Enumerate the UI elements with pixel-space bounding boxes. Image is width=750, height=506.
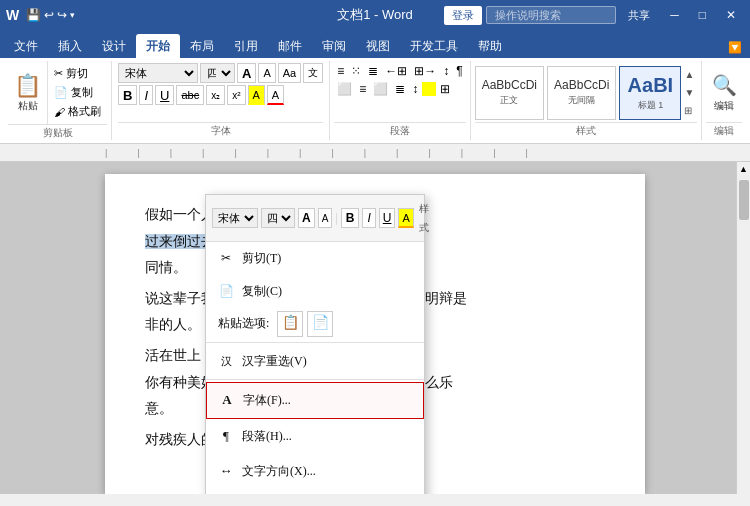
document-title: 文档1 - Word (337, 6, 413, 24)
ctx-underline[interactable]: U (379, 208, 396, 228)
vertical-scrollbar[interactable]: ▲ (736, 162, 750, 494)
title-bar: W 💾 ↩ ↪ ▾ 文档1 - Word 登录 共享 ─ □ ✕ (0, 0, 750, 30)
editing-label: 编辑 (714, 99, 734, 113)
numbering-button[interactable]: ⁙ (348, 63, 364, 79)
format-painter-button[interactable]: 🖌 格式刷 (52, 103, 103, 120)
ctx-font-select[interactable]: 宋体 (212, 208, 258, 228)
font-group-label: 字体 (118, 122, 323, 138)
borders-button[interactable]: ⊞ (437, 81, 453, 97)
styles-scroll-down-icon[interactable]: ▼ (684, 87, 694, 98)
editing-group: 🔍 编辑 编辑 (702, 61, 746, 140)
ctx-cut-label: 剪切(T) (242, 247, 281, 270)
superscript-button[interactable]: x² (227, 85, 245, 105)
align-center-button[interactable]: ≡ (356, 81, 369, 97)
justify-button[interactable]: ≣ (392, 81, 408, 97)
context-menu: 宋体 四号 A A | B I U A 样式 ✂ 剪切(T) (205, 194, 425, 494)
scroll-up-button[interactable]: ▲ (737, 162, 750, 176)
clear-format-button[interactable]: Aa (278, 63, 301, 83)
ctx-textdir-label: 文字方向(X)... (242, 460, 316, 483)
copy-icon: 📄 (54, 86, 68, 99)
restore-button[interactable]: □ (691, 6, 714, 24)
decrease-indent-button[interactable]: ←⊞ (382, 63, 410, 79)
cut-button[interactable]: ✂ 剪切 (52, 65, 103, 82)
undo-icon[interactable]: ↩ (44, 8, 54, 22)
search-input[interactable] (486, 6, 616, 24)
ctx-cut-icon: ✂ (218, 247, 234, 270)
font-color-button[interactable]: A (267, 85, 284, 105)
show-hide-button[interactable]: ¶ (453, 63, 465, 79)
copy-button[interactable]: 📄 复制 (52, 84, 103, 101)
tab-mail[interactable]: 邮件 (268, 34, 312, 58)
shading-button[interactable] (422, 82, 436, 96)
change-case-button[interactable]: 文 (303, 63, 323, 83)
ctx-hz-icon: 汉 (218, 351, 234, 372)
ctx-paste-btn-1[interactable]: 📋 (277, 311, 303, 337)
tab-layout[interactable]: 布局 (180, 34, 224, 58)
multilevel-button[interactable]: ≣ (365, 63, 381, 79)
title-bar-right: 登录 共享 ─ □ ✕ (444, 6, 744, 25)
tab-file[interactable]: 文件 (4, 34, 48, 58)
ctx-font-grow[interactable]: A (298, 208, 315, 228)
paragraph-group-label: 段落 (334, 122, 465, 138)
font-shrink-button[interactable]: A (258, 63, 275, 83)
ctx-highlight[interactable]: A (398, 208, 413, 228)
ribbon-collapse-button[interactable]: 🔽 (720, 37, 750, 58)
strikethrough-button[interactable]: abc (176, 85, 204, 105)
tab-design[interactable]: 设计 (92, 34, 136, 58)
paste-button[interactable]: 📋 粘贴 (8, 61, 48, 124)
styles-scroll-up-icon[interactable]: ▲ (684, 69, 694, 80)
paste-icon: 📋 (14, 73, 41, 99)
ruler: |||||||||||||| (0, 144, 750, 162)
tab-review[interactable]: 审阅 (312, 34, 356, 58)
login-button[interactable]: 登录 (444, 6, 482, 25)
styles-expand-icon[interactable]: ⊞ (684, 105, 694, 116)
ctx-para-item[interactable]: ¶ 段落(H)... (206, 419, 424, 454)
tab-references[interactable]: 引用 (224, 34, 268, 58)
style-no-spacing-preview[interactable]: AaBbCcDi 无间隔 (547, 66, 616, 120)
ctx-textdir-item[interactable]: ↔ 文字方向(X)... (206, 454, 424, 489)
minimize-button[interactable]: ─ (662, 6, 687, 24)
sort-button[interactable]: ↕ (440, 63, 452, 79)
highlight-button[interactable]: A (248, 85, 265, 105)
bold-button[interactable]: B (118, 85, 137, 105)
ribbon-body: 📋 粘贴 ✂ 剪切 📄 复制 🖌 格式刷 剪贴板 (0, 58, 750, 144)
style-heading1-preview[interactable]: AaBI 标题 1 (619, 66, 681, 120)
tab-insert[interactable]: 插入 (48, 34, 92, 58)
align-left-button[interactable]: ⬜ (334, 81, 355, 97)
increase-indent-button[interactable]: ⊞→ (411, 63, 439, 79)
tab-help[interactable]: 帮助 (468, 34, 512, 58)
line-spacing-button[interactable]: ↕ (409, 81, 421, 97)
tab-view[interactable]: 视图 (356, 34, 400, 58)
close-button[interactable]: ✕ (718, 6, 744, 24)
ctx-paste-btn-2[interactable]: 📄 (307, 311, 333, 337)
ctx-bold[interactable]: B (341, 208, 360, 228)
tab-developer[interactable]: 开发工具 (400, 34, 468, 58)
italic-button[interactable]: I (139, 85, 153, 105)
subscript-button[interactable]: x₂ (206, 85, 225, 105)
ctx-size-select[interactable]: 四号 (261, 208, 295, 228)
align-right-button[interactable]: ⬜ (370, 81, 391, 97)
ctx-copy-item[interactable]: 📄 复制(C) (206, 275, 424, 308)
style-normal-preview[interactable]: AaBbCcDi 正文 (475, 66, 544, 120)
document-page: 假如一个人每天把八个样板戏翻 过来倒过去的看，就值得我最大的 同情。 说这辈子我… (105, 174, 645, 494)
scroll-thumb[interactable] (739, 180, 749, 220)
underline-button[interactable]: U (155, 85, 174, 105)
quick-access-dropdown-icon[interactable]: ▾ (70, 10, 75, 20)
tab-home[interactable]: 开始 (136, 34, 180, 58)
ctx-cut-item[interactable]: ✂ 剪切(T) (206, 242, 424, 275)
font-name-select[interactable]: 宋体 (118, 63, 198, 83)
styles-group-label: 样式 (475, 122, 697, 138)
ctx-hz-item[interactable]: 汉 汉字重选(V) (206, 345, 424, 378)
font-size-select[interactable]: 四号 (200, 63, 235, 83)
font-grow-button[interactable]: A (237, 63, 256, 83)
redo-icon[interactable]: ↪ (57, 8, 67, 22)
ctx-symbol-item[interactable]: ||| 插入符号(S) (206, 488, 424, 494)
bullets-button[interactable]: ≡ (334, 63, 347, 79)
share-button[interactable]: 共享 (620, 6, 658, 25)
ctx-paste-section: 粘贴选项: 📋 📄 (206, 308, 424, 340)
search-edit-button[interactable]: 🔍 (712, 73, 737, 97)
ctx-font-shrink[interactable]: A (318, 208, 333, 228)
ctx-italic[interactable]: I (362, 208, 375, 228)
save-icon[interactable]: 💾 (26, 8, 41, 22)
ctx-font-item[interactable]: A 字体(F)... (206, 382, 424, 419)
